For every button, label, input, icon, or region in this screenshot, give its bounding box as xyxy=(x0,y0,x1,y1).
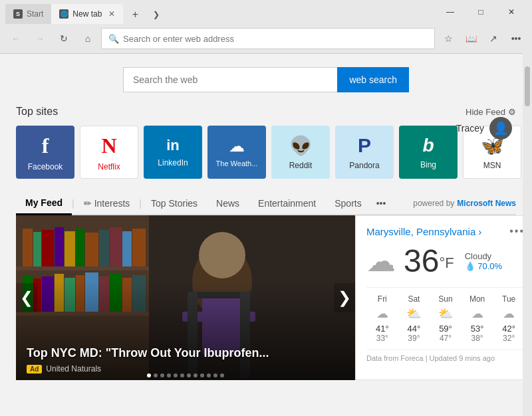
ad-source: United Naturals xyxy=(46,364,101,373)
forward-button[interactable]: → xyxy=(29,28,51,49)
search-icon: 🔍 xyxy=(108,34,119,44)
tab-top-stories[interactable]: Top Stories xyxy=(142,193,207,214)
ad-badge: Ad United Naturals xyxy=(27,364,101,373)
new-tab-label: New tab xyxy=(72,9,102,19)
start-tab-label: Start xyxy=(27,9,43,19)
site-tile-netflix[interactable]: N Netflix xyxy=(80,126,138,179)
netflix-icon: N xyxy=(101,134,116,158)
site-tile-linkedin[interactable]: in LinkedIn xyxy=(144,126,202,179)
msn-label: MSN xyxy=(483,161,501,170)
close-window-button[interactable]: ✕ xyxy=(496,0,527,24)
weather-city-button[interactable]: Marysville, Pennsylvania › xyxy=(366,226,481,237)
forecast-sat-low: 39° xyxy=(398,334,430,343)
tab-start[interactable]: S Start xyxy=(5,4,51,24)
bing-label: Bing xyxy=(420,160,436,169)
more-tabs-button[interactable]: ••• xyxy=(371,193,392,214)
forecast-fri-icon: ☁ xyxy=(366,306,398,321)
sites-grid: f Facebook N Netflix in LinkedIn ☁ The W… xyxy=(16,126,516,179)
close-tab-button[interactable]: ✕ xyxy=(108,9,115,19)
facebook-label: Facebook xyxy=(28,162,63,171)
dot-1 xyxy=(147,373,151,377)
tab-news[interactable]: News xyxy=(207,193,249,214)
reading-list-icon[interactable]: 📖 xyxy=(460,28,481,49)
forecast-mon-low: 38° xyxy=(462,334,493,343)
weather-temp-section: 36°F xyxy=(404,243,454,279)
ad-label: Ad xyxy=(27,365,42,373)
site-tile-bing[interactable]: b Bing xyxy=(399,126,458,179)
site-tile-weather[interactable]: ☁ The Weath... xyxy=(207,126,266,179)
feed-tabs: My Feed | ✏ Interests | Top Stories News… xyxy=(16,192,516,215)
article-next-button[interactable]: ❯ xyxy=(334,283,355,312)
avatar[interactable]: 👤 xyxy=(489,117,512,140)
dot-12 xyxy=(220,373,224,377)
tab-interests[interactable]: ✏ Interests xyxy=(74,193,140,214)
search-section: web search xyxy=(16,67,516,92)
forecast-sun-icon: ⛅ xyxy=(430,306,462,321)
refresh-button[interactable]: ↻ xyxy=(53,28,74,49)
top-stories-label: Top Stories xyxy=(151,198,198,209)
interests-icon: ✏ xyxy=(84,198,92,209)
weather-source: Data from Foreca | Updated 9 mins ago xyxy=(366,350,525,362)
forecast-sat-name: Sat xyxy=(398,294,430,304)
new-tab-button[interactable]: + xyxy=(126,5,144,24)
favorites-icon[interactable]: ☆ xyxy=(438,28,459,49)
forecast-mon: Mon ☁ 53° 38° xyxy=(462,294,493,343)
forecast-sun: Sun ⛅ 59° 47° xyxy=(430,294,462,343)
site-tile-reddit[interactable]: 👽 Reddit xyxy=(271,126,330,179)
forecast-sat: Sat ⛅ 44° 39° xyxy=(398,294,430,343)
forecast-tue-low: 32° xyxy=(493,334,525,343)
search-button[interactable]: web search xyxy=(337,67,409,92)
my-feed-label: My Feed xyxy=(25,197,63,208)
site-tile-pandora[interactable]: P Pandora xyxy=(335,126,394,179)
site-tile-facebook[interactable]: f Facebook xyxy=(16,126,74,179)
weather-details: Cloudy 💧 70.0% xyxy=(465,251,502,271)
forecast-fri-high: 41° xyxy=(366,324,398,334)
user-section: Tracey 👤 xyxy=(456,117,512,140)
forecast-fri-low: 33° xyxy=(366,334,398,343)
tab-sports[interactable]: Sports xyxy=(325,193,370,214)
article-prev-button[interactable]: ❮ xyxy=(16,283,37,312)
back-button[interactable]: ← xyxy=(5,28,27,49)
search-input[interactable] xyxy=(123,67,337,92)
dot-11 xyxy=(213,373,217,377)
forecast-mon-name: Mon xyxy=(462,294,493,304)
forecast-sat-icon: ⛅ xyxy=(398,306,430,321)
tab-my-feed[interactable]: My Feed xyxy=(16,192,72,215)
settings-icon[interactable]: ••• xyxy=(505,28,527,49)
reddit-label: Reddit xyxy=(289,161,313,170)
entertainment-label: Entertainment xyxy=(258,198,316,209)
share-icon[interactable]: ↗ xyxy=(483,28,504,49)
dot-3 xyxy=(160,373,164,377)
minimize-button[interactable]: — xyxy=(435,0,466,24)
weather-temperature: 36°F xyxy=(404,243,454,279)
scrollbar[interactable] xyxy=(523,53,532,416)
forecast-sun-name: Sun xyxy=(430,294,462,304)
maximize-button[interactable]: □ xyxy=(466,0,496,24)
news-article[interactable]: Top NYC MD: "Throw Out Your Ibuprofen...… xyxy=(16,215,355,380)
top-sites-title: Top sites xyxy=(16,106,58,118)
forecast-tue-high: 42° xyxy=(493,324,525,334)
forecast-fri-name: Fri xyxy=(366,294,398,304)
dot-2 xyxy=(154,373,158,377)
new-tab-icon: 🌐 xyxy=(59,9,68,19)
pandora-label: Pandora xyxy=(349,161,379,170)
article-image: Top NYC MD: "Throw Out Your Ibuprofen...… xyxy=(16,215,355,380)
netflix-label: Netflix xyxy=(98,162,120,171)
scroll-thumb[interactable] xyxy=(525,66,530,106)
settings-gear-icon[interactable]: ⚙ xyxy=(508,107,516,117)
home-button[interactable]: ⌂ xyxy=(77,28,98,49)
toolbar-icons: ☆ 📖 ↗ ••• xyxy=(438,28,527,49)
address-input[interactable] xyxy=(123,34,428,44)
tab-entertainment[interactable]: Entertainment xyxy=(249,193,325,214)
new-tab-page: Tracey 👤 web search Top sites Hide Feed … xyxy=(0,54,532,393)
forecast-mon-icon: ☁ xyxy=(462,306,493,321)
article-caption: Top NYC MD: "Throw Out Your Ibuprofen... xyxy=(27,346,344,360)
bing-icon: b xyxy=(422,135,434,156)
hide-feed-label: Hide Feed xyxy=(466,107,505,117)
weather-precipitation: 💧 70.0% xyxy=(465,261,502,271)
avatar-icon: 👤 xyxy=(493,121,508,136)
tab-new-tab[interactable]: 🌐 New tab ✕ xyxy=(51,4,123,24)
tab-arrow-button[interactable]: ❯ xyxy=(147,5,166,24)
news-label: News xyxy=(216,198,239,209)
hide-feed-button[interactable]: Hide Feed ⚙ xyxy=(466,107,516,117)
